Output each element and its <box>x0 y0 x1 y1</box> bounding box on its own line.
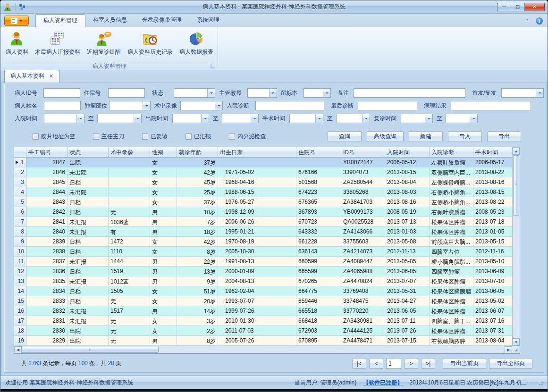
checkbox-icon[interactable] <box>229 133 235 140</box>
column-header[interactable]: 出生日期 <box>218 147 296 157</box>
column-header[interactable]: 状态 <box>67 147 109 157</box>
checkbox-icon[interactable] <box>93 133 99 140</box>
scroll-down-icon[interactable]: ▼ <box>513 338 520 346</box>
discharge-time-to-select[interactable] <box>222 114 259 123</box>
table-row[interactable]: 52843归档女37岁1976-05-27676365ZA38417032013… <box>14 197 513 207</box>
ribbon-button[interactable]: 近期复诊提醒 <box>84 29 124 58</box>
table-row[interactable]: 42844未出院女25岁1988-06-15674223338052682013… <box>14 187 513 197</box>
resize-grip[interactable] <box>537 380 543 385</box>
admission-no-input[interactable] <box>108 88 145 98</box>
tab-patient-basic-info[interactable]: 病人基本资料 ✕ <box>4 70 59 83</box>
admit-diagnosis-input[interactable] <box>255 101 324 110</box>
table-row[interactable]: 102838归档1110女8岁2005-10-30636143ZA4214073… <box>14 247 513 257</box>
discharge-time-from-select[interactable] <box>172 114 209 123</box>
column-header[interactable]: 入院诊断 <box>430 147 473 157</box>
column-header[interactable]: 手术时间 <box>473 147 513 157</box>
pathology-result-input[interactable] <box>451 101 531 110</box>
surgery-time-to-select[interactable] <box>336 114 370 123</box>
prev-page-button[interactable]: < <box>369 358 383 369</box>
checkbox-icon[interactable] <box>142 133 148 140</box>
final-diagnosis-input[interactable] <box>358 101 417 110</box>
dropdown-arrow-icon[interactable] <box>425 114 432 123</box>
table-row[interactable]: 152833归档无女20岁1993-07-0765944633748475201… <box>14 296 513 306</box>
dropdown-arrow-icon[interactable] <box>207 89 215 97</box>
dropdown-arrow-icon[interactable] <box>201 114 209 123</box>
column-header[interactable]: 术中录像 <box>109 147 150 157</box>
export-all-pages-button[interactable]: 导出全部页 <box>489 358 532 369</box>
dropdown-arrow-icon[interactable] <box>536 89 543 97</box>
table-row[interactable]: 32845归档女45岁1968-04-16501568ZA25805442013… <box>14 177 513 187</box>
table-row[interactable]: 112837未汇报1444男22岁1991-08-13660599ZA40894… <box>14 257 513 267</box>
close-tab-icon[interactable]: ✕ <box>49 73 53 79</box>
next-page-button[interactable]: > <box>404 358 418 369</box>
filter-checkbox-item[interactable]: 胶片地址为空 <box>33 133 75 141</box>
dropdown-arrow-icon[interactable] <box>362 114 370 123</box>
checkbox-icon[interactable] <box>185 133 192 140</box>
maximize-button[interactable]: 口 <box>511 3 524 11</box>
export-current-page-button[interactable]: 导出当前页 <box>443 358 486 369</box>
table-row[interactable]: 92839归档1472女42岁1970-08-19661228337556032… <box>14 237 513 247</box>
table-row[interactable]: 72841未汇报1036蓝男7岁2006-06-26670723QA002552… <box>14 217 513 227</box>
column-header[interactable]: 手工编号 <box>26 147 67 157</box>
dropdown-arrow-icon[interactable] <box>323 89 330 97</box>
ribbon-button[interactable]: 病人数据报表 <box>176 29 217 58</box>
collapse-ribbon-chevron-icon[interactable]: ⌃ <box>525 18 529 24</box>
table-row[interactable]: 172831未汇报无女3岁2010-01-30668418ZA343098120… <box>14 316 513 326</box>
scroll-up-icon[interactable]: ▲ <box>513 147 520 155</box>
action-button[interactable]: 高级查询 <box>367 131 404 142</box>
horizontal-scroll-thumb[interactable] <box>22 347 159 353</box>
table-row[interactable]: 142834归档1505女51岁1962-02-0466477533769408… <box>14 286 513 296</box>
column-header[interactable]: 性别 <box>150 147 177 157</box>
dropdown-arrow-icon[interactable] <box>215 101 222 110</box>
table-row[interactable]: 22846未出院女42岁1971-05-02676166339040732013… <box>14 167 513 177</box>
action-button[interactable]: 导出 <box>487 131 521 142</box>
filter-checkbox-item[interactable]: 主任主刀 <box>93 133 124 141</box>
table-row[interactable]: 62842归档无男10岁1998-12-09367893YB0099173200… <box>14 207 513 217</box>
vertical-scrollbar[interactable]: ▲ ▼ <box>512 147 520 346</box>
page-number-input[interactable] <box>386 358 401 369</box>
professor-select[interactable] <box>247 88 277 98</box>
specimen-select[interactable] <box>304 88 331 98</box>
info-icon[interactable]: i <box>536 17 543 25</box>
layout-grid-icon[interactable] <box>19 4 25 10</box>
minimize-button[interactable]: 一 <box>497 3 511 11</box>
ribbon-button[interactable]: 术后病人汇报资料 <box>32 29 84 58</box>
license-registered-link[interactable]: 【软件已注册】 <box>363 379 403 387</box>
horizontal-scrollbar[interactable]: ◀ ▶ <box>14 346 512 353</box>
dropdown-arrow-icon[interactable] <box>470 114 477 123</box>
column-header[interactable]: 就诊年龄 <box>177 147 218 157</box>
dialog-launcher-icon[interactable] <box>211 64 215 68</box>
ribbon-button[interactable]: 病人资料历史记录 <box>124 29 176 58</box>
table-row[interactable]: 12847出院女37岁YB00721472006-05-12左额叶胶质瘤2006… <box>14 158 513 167</box>
ribbon-tab[interactable]: 光盘录像带管理 <box>135 14 189 27</box>
table-row[interactable]: 82840未汇报有男18岁1995-01-21643332ZA414306620… <box>14 227 513 237</box>
action-button[interactable]: 新建 <box>409 131 443 142</box>
filter-checkbox-item[interactable]: 已汇报 <box>185 133 211 141</box>
dropdown-arrow-icon[interactable] <box>134 114 141 123</box>
remark-input[interactable] <box>354 88 465 98</box>
dropdown-arrow-icon[interactable] <box>143 101 150 110</box>
surgery-video-select[interactable] <box>180 101 223 110</box>
patient-id-input[interactable] <box>43 88 80 98</box>
revisit-time-to-select[interactable] <box>446 114 478 123</box>
last-page-button[interactable]: >| <box>421 358 435 369</box>
vertical-scroll-thumb[interactable] <box>513 155 519 216</box>
column-header[interactable]: 入院时间 <box>385 147 430 157</box>
table-row[interactable]: 182830出院无女2岁2011-07-03672903ZA4444125201… <box>14 326 513 336</box>
dropdown-arrow-icon[interactable] <box>251 114 258 123</box>
filter-checkbox-item[interactable]: 已复诊 <box>142 133 168 141</box>
dropdown-arrow-icon[interactable] <box>269 89 277 97</box>
ribbon-button[interactable]: 病人资料 <box>2 29 32 58</box>
filter-checkbox-item[interactable]: 内分泌检查 <box>229 133 266 141</box>
patient-name-input[interactable] <box>44 101 81 110</box>
table-row[interactable]: 132835未汇报1012蓝男9岁2004-08-13670265ZA44708… <box>14 276 513 286</box>
column-header[interactable]: ID号 <box>341 147 385 157</box>
table-row[interactable]: 162832未汇报1517男14岁1999-07-266655183377022… <box>14 306 513 316</box>
column-header[interactable]: 住院号 <box>296 147 341 157</box>
checkbox-icon[interactable] <box>33 133 39 140</box>
application-menu-button[interactable] <box>4 16 29 26</box>
surgery-time-from-select[interactable] <box>289 114 323 123</box>
status-select[interactable] <box>174 88 215 98</box>
dropdown-arrow-icon[interactable] <box>315 114 323 123</box>
ribbon-tab[interactable]: 科室人员信息 <box>85 14 135 27</box>
